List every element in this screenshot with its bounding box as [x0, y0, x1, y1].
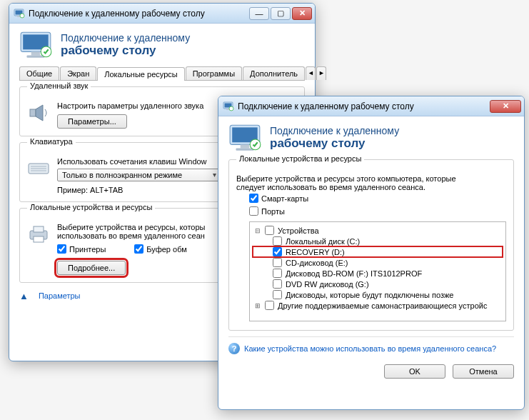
printers-checkbox[interactable]: Принтеры	[57, 244, 106, 254]
devices-tree[interactable]: ⊟ Устройства Локальный диск (C:) RECOVER…	[249, 221, 506, 321]
close-button[interactable]: ✕	[292, 7, 312, 20]
help-link[interactable]: Какие устройства можно использовать во в…	[244, 344, 496, 353]
branding: Подключение к удаленному рабочему столу	[19, 31, 305, 59]
brand-line2: рабочему столу	[270, 136, 399, 151]
devices-resources-group: Локальные устройства и ресурсы Выберите …	[228, 159, 514, 331]
collapse-arrow-icon: ▲	[19, 291, 29, 301]
tree-item-future-drives[interactable]: Дисководы, которые будут подключены позж…	[253, 289, 503, 300]
expand-icon[interactable]: ⊞	[253, 302, 263, 309]
tab-local-resources[interactable]: Локальные ресурсы	[97, 67, 184, 81]
help-row: ? Какие устройства можно использовать во…	[228, 336, 514, 354]
window-title: Подключение к удаленному рабочему столу	[238, 101, 488, 111]
tab-display[interactable]: Экран	[60, 66, 96, 80]
rdc-icon	[14, 8, 25, 19]
tree-root-devices[interactable]: ⊟ Устройства	[253, 225, 503, 236]
rdc-icon	[223, 101, 234, 112]
brand-line2: рабочему столу	[61, 44, 190, 58]
brand-line1: Подключение к удаленному	[270, 125, 399, 136]
close-button[interactable]: ✕	[490, 100, 521, 113]
titlebar[interactable]: Подключение к удаленному рабочему столу …	[9, 4, 315, 24]
local-devices-legend: Локальные устройства и ресурсы	[27, 203, 155, 211]
tree-item-dvdrw-g[interactable]: DVD RW дисковод (G:)	[253, 279, 503, 289]
branding: Подключение к удаленному рабочему столу	[228, 124, 514, 152]
devices-text2: следует использовать во время удаленного…	[236, 183, 506, 191]
devices-text1: Выберите устройства и ресурсы этого комп…	[236, 174, 506, 183]
smartcards-checkbox[interactable]: Смарт-карты	[249, 194, 308, 203]
more-devices-button[interactable]: Подробнее...	[57, 261, 126, 275]
tab-scroll-right[interactable]: ►	[316, 66, 326, 80]
keyboard-legend: Клавиатура	[27, 137, 76, 146]
brand-line1: Подключение к удаленному	[61, 32, 190, 44]
ok-button[interactable]: OK	[384, 364, 445, 379]
keyboard-mode-dropdown[interactable]: Только в полноэкранном режиме	[57, 169, 221, 181]
printer-icon	[27, 223, 50, 246]
collapse-icon[interactable]: ⊟	[253, 227, 263, 234]
window-title: Подключение к удаленному рабочему столу	[29, 9, 248, 19]
options-toggle[interactable]: Параметры	[39, 291, 81, 300]
maximize-button[interactable]: ▢	[271, 7, 291, 20]
rdc-logo-icon	[228, 124, 263, 152]
tree-item-recovery-d[interactable]: RECOVERY (D:)	[253, 246, 503, 257]
tab-additional[interactable]: Дополнитель	[243, 66, 305, 80]
tree-item-cd-e[interactable]: CD-дисковод (E:)	[253, 257, 503, 268]
minimize-button[interactable]: —	[249, 7, 269, 20]
tree-root-other-pnp[interactable]: ⊞ Другие поддерживаемые самонастраивающи…	[253, 300, 503, 311]
tab-general[interactable]: Общие	[19, 66, 59, 80]
remote-audio-legend: Удаленный звук	[27, 81, 91, 90]
tree-item-bdrom-f[interactable]: Дисковод BD-ROM (F:) ITS1012PROF	[253, 268, 503, 279]
help-icon: ?	[228, 343, 240, 354]
keyboard-icon	[27, 157, 50, 180]
tree-item-local-disk-c[interactable]: Локальный диск (C:)	[253, 236, 503, 246]
clipboard-checkbox[interactable]: Буфер обм	[134, 244, 186, 254]
titlebar[interactable]: Подключение к удаленному рабочему столу …	[218, 96, 524, 116]
audio-settings-button[interactable]: Параметры...	[57, 114, 127, 129]
ports-checkbox[interactable]: Порты	[249, 206, 285, 216]
tab-scroll-left[interactable]: ◄	[306, 66, 316, 80]
devices-resources-legend: Локальные устройства и ресурсы	[236, 154, 364, 163]
rdc-logo-icon	[19, 31, 54, 59]
tab-programs[interactable]: Программы	[186, 66, 242, 80]
cancel-button[interactable]: Отмена	[453, 364, 514, 379]
rdc-devices-dialog: Подключение к удаленному рабочему столу …	[218, 96, 525, 410]
tab-strip: Общие Экран Локальные ресурсы Программы …	[19, 66, 305, 81]
speaker-icon	[27, 101, 50, 124]
